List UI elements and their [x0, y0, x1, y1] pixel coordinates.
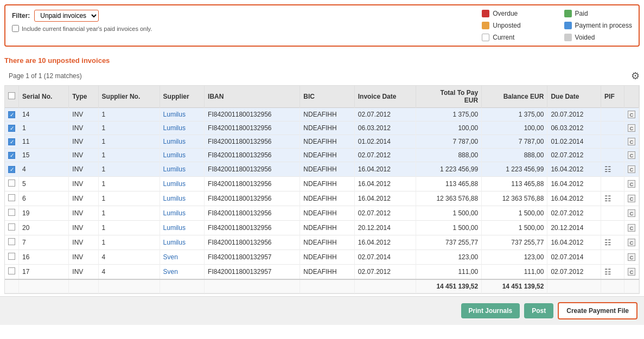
col-supplier-no: Supplier No.	[98, 86, 160, 108]
row-checkbox[interactable]	[8, 223, 15, 231]
row-supplier[interactable]: Lumilus	[160, 135, 204, 149]
totals-empty-8	[354, 279, 416, 293]
row-checkbox-cell	[5, 235, 19, 250]
row-supplier[interactable]: Lumilus	[160, 162, 204, 177]
copy-icon[interactable]: C	[628, 268, 635, 276]
table-row: ✓4INV1LumilusFI8420011800132956NDEAFIHH1…	[5, 162, 639, 177]
table-row: ✓11INV1LumilusFI8420011800132956NDEAFIHH…	[5, 135, 639, 149]
select-all-checkbox[interactable]	[8, 92, 15, 99]
copy-icon[interactable]: C	[628, 124, 635, 132]
row-serial: 16	[19, 250, 69, 265]
row-supplier-no: 4	[98, 265, 160, 280]
copy-icon[interactable]: C	[628, 224, 635, 232]
post-button[interactable]: Post	[524, 303, 553, 318]
settings-icon[interactable]: ⚙	[631, 70, 640, 82]
table-row: 6INV1LumilusFI8420011800132956NDEAFIHH16…	[5, 191, 639, 206]
row-copy-cell: C	[624, 206, 639, 221]
row-checkbox[interactable]	[8, 194, 15, 201]
include-paid-row: Include current financial year's paid in…	[12, 25, 152, 32]
row-supplier[interactable]: Sven	[160, 265, 204, 280]
supplier-link[interactable]: Lumilus	[163, 124, 186, 132]
row-supplier[interactable]: Lumilus	[160, 149, 204, 162]
row-supplier[interactable]: Lumilus	[160, 177, 204, 191]
include-paid-checkbox[interactable]	[12, 25, 19, 32]
supplier-link[interactable]: Lumilus	[163, 151, 186, 159]
row-supplier[interactable]: Lumilus	[160, 121, 204, 135]
print-journals-button[interactable]: Print Journals	[461, 303, 520, 318]
row-serial: 4	[19, 162, 69, 177]
copy-icon[interactable]: C	[628, 253, 635, 261]
copy-icon[interactable]: C	[628, 195, 635, 202]
row-serial: 19	[19, 206, 69, 221]
supplier-link[interactable]: Lumilus	[163, 111, 186, 118]
supplier-link[interactable]: Sven	[163, 268, 178, 276]
row-pif	[601, 221, 624, 235]
row-serial: 14	[19, 108, 69, 121]
row-supplier[interactable]: Sven	[160, 250, 204, 265]
row-checkbox-cell	[5, 250, 19, 265]
legend-overdue: Overdue	[482, 10, 520, 17]
row-bic: NDEAFIHH	[300, 206, 354, 221]
paid-label: Paid	[575, 10, 588, 17]
legend-paid: Paid	[564, 10, 632, 17]
table-row: ✓15INV1LumilusFI8420011800132956NDEAFIHH…	[5, 149, 639, 162]
paid-color	[564, 10, 572, 17]
row-invoice-date: 06.03.2012	[354, 121, 416, 135]
row-supplier[interactable]: Lumilus	[160, 108, 204, 121]
row-checkbox[interactable]: ✓	[8, 111, 15, 118]
row-checkbox-cell: ✓	[5, 121, 19, 135]
header-checkbox-cell	[5, 86, 19, 108]
row-checkbox[interactable]	[8, 180, 15, 187]
create-payment-file-button[interactable]: Create Payment File	[558, 302, 637, 319]
filter-select[interactable]: Unpaid invoices	[34, 10, 99, 22]
copy-icon[interactable]: C	[628, 165, 635, 173]
filter-label: Filter:	[12, 12, 30, 20]
supplier-link[interactable]: Lumilus	[163, 165, 186, 173]
row-checkbox[interactable]: ✓	[8, 166, 15, 173]
row-pif	[601, 177, 624, 191]
row-checkbox[interactable]: ✓	[8, 152, 15, 159]
row-serial: 11	[19, 135, 69, 149]
supplier-link[interactable]: Lumilus	[163, 180, 186, 188]
row-supplier[interactable]: Lumilus	[160, 206, 204, 221]
row-supplier-no: 1	[98, 191, 160, 206]
row-checkbox[interactable]: ✓	[8, 125, 15, 132]
row-balance: 1 223 456,99	[482, 162, 547, 177]
copy-icon[interactable]: C	[628, 151, 635, 159]
row-serial: 17	[19, 265, 69, 280]
row-checkbox[interactable]	[8, 253, 15, 260]
supplier-link[interactable]: Lumilus	[163, 138, 186, 145]
row-checkbox[interactable]	[8, 209, 15, 216]
row-invoice-date: 02.07.2012	[354, 265, 416, 280]
row-due-date: 16.04.2012	[547, 191, 601, 206]
row-invoice-date: 02.07.2012	[354, 108, 416, 121]
row-copy-cell: C	[624, 191, 639, 206]
supplier-link[interactable]: Sven	[163, 253, 178, 261]
row-checkbox[interactable]	[8, 267, 15, 274]
row-supplier[interactable]: Lumilus	[160, 191, 204, 206]
row-checkbox[interactable]: ✓	[8, 138, 15, 145]
row-copy-cell: C	[624, 265, 639, 280]
supplier-link[interactable]: Lumilus	[163, 209, 186, 217]
copy-icon[interactable]: C	[628, 239, 635, 246]
totals-empty-4	[98, 279, 160, 293]
supplier-link[interactable]: Lumilus	[163, 195, 186, 202]
copy-icon[interactable]: C	[628, 138, 635, 145]
row-bic: NDEAFIHH	[300, 121, 354, 135]
copy-icon[interactable]: C	[628, 209, 635, 217]
supplier-link[interactable]: Lumilus	[163, 239, 186, 246]
row-balance: 12 363 576,88	[482, 191, 547, 206]
copy-icon[interactable]: C	[628, 111, 635, 118]
row-supplier[interactable]: Lumilus	[160, 235, 204, 250]
row-pif: ☷	[601, 235, 624, 250]
row-checkbox[interactable]	[8, 238, 15, 245]
row-copy-cell: C	[624, 235, 639, 250]
supplier-link[interactable]: Lumilus	[163, 224, 186, 232]
row-due-date: 20.07.2012	[547, 108, 601, 121]
row-total-to-pay: 888,00	[416, 149, 481, 162]
row-iban: FI8420011800132957	[205, 265, 300, 280]
row-type: INV	[69, 265, 98, 280]
footer-bar: Print Journals Post Create Payment File	[0, 296, 644, 325]
row-supplier[interactable]: Lumilus	[160, 221, 204, 235]
copy-icon[interactable]: C	[628, 180, 635, 188]
